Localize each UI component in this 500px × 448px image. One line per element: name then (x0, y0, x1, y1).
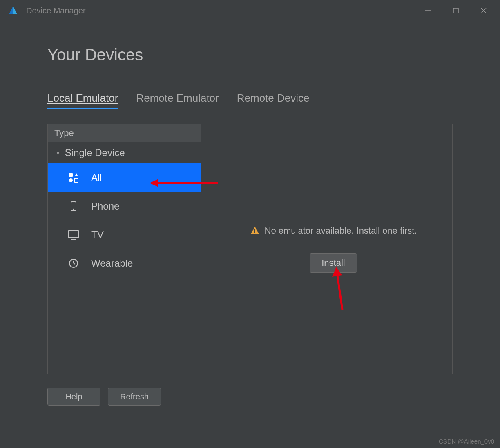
watermark: CSDN @Aileen_0v0 (439, 438, 494, 445)
tab-local-emulator[interactable]: Local Emulator (47, 92, 118, 109)
svg-rect-16 (254, 232, 255, 233)
type-panel: Type ▼ Single Device (47, 124, 201, 374)
tree-group-label: Single Device (65, 147, 125, 158)
tabs: Local Emulator Remote Emulator Remote De… (47, 92, 453, 109)
empty-message-text: No emulator available. Install one first… (265, 225, 417, 236)
sidebar-item-label: Wearable (91, 258, 133, 269)
tab-remote-emulator[interactable]: Remote Emulator (136, 92, 219, 109)
help-button[interactable]: Help (47, 388, 100, 406)
window-title: Device Manager (26, 6, 424, 16)
chevron-down-icon: ▼ (55, 149, 61, 156)
sidebar-item-tv[interactable]: TV (48, 221, 201, 249)
svg-rect-15 (254, 229, 255, 232)
window-controls (424, 7, 488, 15)
tab-remote-device[interactable]: Remote Device (237, 92, 310, 109)
maximize-button[interactable] (452, 7, 460, 15)
tv-icon (67, 229, 80, 241)
app-logo-icon (7, 5, 19, 16)
all-devices-icon (67, 172, 80, 184)
sidebar-item-all[interactable]: All (48, 163, 201, 192)
sidebar-item-wearable[interactable]: Wearable (48, 249, 201, 278)
svg-rect-7 (74, 178, 78, 182)
svg-point-6 (69, 178, 73, 182)
wearable-icon (67, 257, 80, 270)
svg-marker-5 (75, 173, 78, 176)
sidebar-item-phone[interactable]: Phone (48, 192, 201, 221)
svg-point-9 (73, 209, 74, 210)
svg-rect-4 (69, 173, 73, 177)
page-title: Your Devices (47, 46, 453, 64)
type-header: Type (48, 124, 201, 142)
install-button[interactable]: Install (310, 253, 357, 273)
titlebar: Device Manager (0, 0, 500, 21)
tree-group-single-device[interactable]: ▼ Single Device (48, 142, 201, 163)
phone-icon (67, 200, 80, 212)
svg-rect-10 (68, 231, 79, 238)
close-button[interactable] (480, 7, 488, 15)
footer-buttons: Help Refresh (47, 388, 453, 406)
minimize-button[interactable] (424, 7, 432, 15)
sidebar-item-label: All (91, 172, 102, 183)
svg-line-14 (74, 263, 75, 264)
emulator-panel: No emulator available. Install one first… (214, 124, 453, 374)
sidebar-item-label: TV (91, 229, 104, 241)
svg-rect-1 (453, 8, 458, 13)
empty-state: No emulator available. Install one first… (250, 225, 417, 236)
sidebar-item-label: Phone (91, 201, 119, 212)
warning-icon (250, 226, 260, 236)
refresh-button[interactable]: Refresh (108, 388, 161, 406)
